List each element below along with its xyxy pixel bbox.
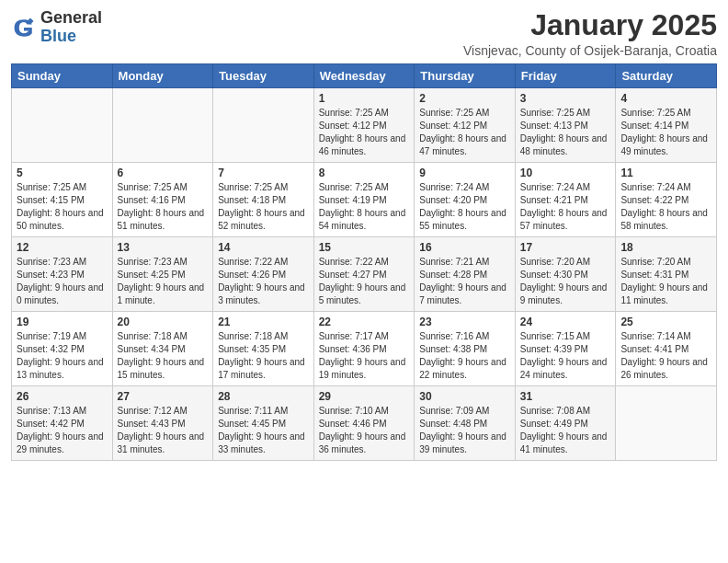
logo-blue: Blue xyxy=(40,27,76,45)
day-info: Sunrise: 7:23 AMSunset: 4:25 PMDaylight:… xyxy=(118,256,209,307)
day-info: Sunrise: 7:25 AMSunset: 4:15 PMDaylight:… xyxy=(17,181,108,233)
calendar-cell xyxy=(213,88,314,163)
header-wednesday: Wednesday xyxy=(313,64,415,88)
logo-icon xyxy=(11,15,37,40)
day-number: 4 xyxy=(620,92,711,105)
calendar-cell xyxy=(12,88,113,163)
day-number: 17 xyxy=(520,241,611,254)
day-info: Sunrise: 7:20 AMSunset: 4:31 PMDaylight:… xyxy=(620,256,711,307)
calendar-cell: 5Sunrise: 7:25 AMSunset: 4:15 PMDaylight… xyxy=(12,163,113,237)
day-info: Sunrise: 7:13 AMSunset: 4:42 PMDaylight:… xyxy=(17,405,108,456)
day-number: 24 xyxy=(520,316,611,328)
header-row: Sunday Monday Tuesday Wednesday Thursday… xyxy=(12,64,717,88)
day-info: Sunrise: 7:08 AMSunset: 4:49 PMDaylight:… xyxy=(520,405,611,456)
day-number: 23 xyxy=(419,316,510,328)
day-info: Sunrise: 7:22 AMSunset: 4:26 PMDaylight:… xyxy=(218,256,309,307)
day-number: 30 xyxy=(419,390,510,403)
day-info: Sunrise: 7:09 AMSunset: 4:48 PMDaylight:… xyxy=(419,405,510,456)
header-saturday: Saturday xyxy=(616,64,717,88)
day-number: 5 xyxy=(17,167,108,179)
day-number: 13 xyxy=(118,241,209,254)
calendar-cell: 23Sunrise: 7:16 AMSunset: 4:38 PMDayligh… xyxy=(415,312,516,386)
logo-general: General xyxy=(40,8,102,27)
day-info: Sunrise: 7:25 AMSunset: 4:14 PMDaylight:… xyxy=(620,107,711,158)
day-number: 25 xyxy=(620,316,711,328)
calendar-cell: 12Sunrise: 7:23 AMSunset: 4:23 PMDayligh… xyxy=(12,237,113,312)
calendar-cell: 6Sunrise: 7:25 AMSunset: 4:16 PMDaylight… xyxy=(112,163,213,237)
calendar-cell: 18Sunrise: 7:20 AMSunset: 4:31 PMDayligh… xyxy=(616,237,717,312)
calendar-cell: 21Sunrise: 7:18 AMSunset: 4:35 PMDayligh… xyxy=(213,312,314,386)
calendar-cell: 20Sunrise: 7:18 AMSunset: 4:34 PMDayligh… xyxy=(112,312,213,386)
header-tuesday: Tuesday xyxy=(213,64,314,88)
page-container: General Blue January 2025 Visnjevac, Cou… xyxy=(0,0,728,468)
day-info: Sunrise: 7:22 AMSunset: 4:27 PMDaylight:… xyxy=(319,256,410,307)
day-info: Sunrise: 7:11 AMSunset: 4:45 PMDaylight:… xyxy=(218,405,309,456)
calendar-cell: 9Sunrise: 7:24 AMSunset: 4:20 PMDaylight… xyxy=(415,163,516,237)
day-info: Sunrise: 7:15 AMSunset: 4:39 PMDaylight:… xyxy=(520,330,611,382)
calendar-week-3: 12Sunrise: 7:23 AMSunset: 4:23 PMDayligh… xyxy=(12,237,717,312)
calendar-cell: 19Sunrise: 7:19 AMSunset: 4:32 PMDayligh… xyxy=(12,312,113,386)
day-number: 11 xyxy=(620,167,711,179)
calendar-cell: 1Sunrise: 7:25 AMSunset: 4:12 PMDaylight… xyxy=(313,88,415,163)
calendar-cell: 2Sunrise: 7:25 AMSunset: 4:12 PMDaylight… xyxy=(415,88,516,163)
day-number: 14 xyxy=(218,241,309,254)
day-number: 22 xyxy=(319,316,410,328)
calendar-cell: 11Sunrise: 7:24 AMSunset: 4:22 PMDayligh… xyxy=(616,163,717,237)
day-info: Sunrise: 7:21 AMSunset: 4:28 PMDaylight:… xyxy=(419,256,510,307)
logo: General Blue xyxy=(11,9,102,46)
day-info: Sunrise: 7:10 AMSunset: 4:46 PMDaylight:… xyxy=(319,405,410,456)
day-info: Sunrise: 7:20 AMSunset: 4:30 PMDaylight:… xyxy=(520,256,611,307)
calendar-cell: 10Sunrise: 7:24 AMSunset: 4:21 PMDayligh… xyxy=(515,163,616,237)
calendar-cell: 16Sunrise: 7:21 AMSunset: 4:28 PMDayligh… xyxy=(415,237,516,312)
day-info: Sunrise: 7:16 AMSunset: 4:38 PMDaylight:… xyxy=(419,330,510,382)
day-info: Sunrise: 7:24 AMSunset: 4:20 PMDaylight:… xyxy=(419,181,510,233)
day-number: 9 xyxy=(419,167,510,179)
day-info: Sunrise: 7:25 AMSunset: 4:12 PMDaylight:… xyxy=(319,107,410,158)
day-number: 31 xyxy=(520,390,611,403)
day-info: Sunrise: 7:25 AMSunset: 4:13 PMDaylight:… xyxy=(520,107,611,158)
day-number: 6 xyxy=(118,167,209,179)
calendar-cell: 24Sunrise: 7:15 AMSunset: 4:39 PMDayligh… xyxy=(515,312,616,386)
header: General Blue January 2025 Visnjevac, Cou… xyxy=(11,9,717,58)
header-friday: Friday xyxy=(515,64,616,88)
day-number: 15 xyxy=(319,241,410,254)
day-number: 7 xyxy=(218,167,309,179)
month-title: January 2025 xyxy=(463,9,717,41)
day-number: 19 xyxy=(17,316,108,328)
day-info: Sunrise: 7:25 AMSunset: 4:18 PMDaylight:… xyxy=(218,181,309,233)
calendar-cell: 8Sunrise: 7:25 AMSunset: 4:19 PMDaylight… xyxy=(313,163,415,237)
day-info: Sunrise: 7:24 AMSunset: 4:22 PMDaylight:… xyxy=(620,181,711,233)
day-number: 29 xyxy=(319,390,410,403)
day-info: Sunrise: 7:14 AMSunset: 4:41 PMDaylight:… xyxy=(620,330,711,382)
calendar-cell: 30Sunrise: 7:09 AMSunset: 4:48 PMDayligh… xyxy=(415,386,516,461)
day-number: 2 xyxy=(419,92,510,105)
logo-text: General Blue xyxy=(40,9,102,46)
day-number: 27 xyxy=(118,390,209,403)
header-thursday: Thursday xyxy=(415,64,516,88)
day-info: Sunrise: 7:19 AMSunset: 4:32 PMDaylight:… xyxy=(17,330,108,382)
calendar-cell: 25Sunrise: 7:14 AMSunset: 4:41 PMDayligh… xyxy=(616,312,717,386)
calendar-cell: 22Sunrise: 7:17 AMSunset: 4:36 PMDayligh… xyxy=(313,312,415,386)
day-number: 12 xyxy=(17,241,108,254)
calendar-table: Sunday Monday Tuesday Wednesday Thursday… xyxy=(11,63,717,461)
calendar-cell: 7Sunrise: 7:25 AMSunset: 4:18 PMDaylight… xyxy=(213,163,314,237)
calendar-week-2: 5Sunrise: 7:25 AMSunset: 4:15 PMDaylight… xyxy=(12,163,717,237)
day-info: Sunrise: 7:24 AMSunset: 4:21 PMDaylight:… xyxy=(520,181,611,233)
day-number: 16 xyxy=(419,241,510,254)
calendar-cell: 17Sunrise: 7:20 AMSunset: 4:30 PMDayligh… xyxy=(515,237,616,312)
day-number: 21 xyxy=(218,316,309,328)
calendar-cell: 15Sunrise: 7:22 AMSunset: 4:27 PMDayligh… xyxy=(313,237,415,312)
calendar-cell xyxy=(616,386,717,461)
location-subtitle: Visnjevac, County of Osijek-Baranja, Cro… xyxy=(463,43,717,58)
day-number: 26 xyxy=(17,390,108,403)
calendar-cell: 3Sunrise: 7:25 AMSunset: 4:13 PMDaylight… xyxy=(515,88,616,163)
day-number: 3 xyxy=(520,92,611,105)
day-number: 8 xyxy=(319,167,410,179)
day-number: 20 xyxy=(118,316,209,328)
calendar-week-4: 19Sunrise: 7:19 AMSunset: 4:32 PMDayligh… xyxy=(12,312,717,386)
title-block: January 2025 Visnjevac, County of Osijek… xyxy=(463,9,717,58)
day-info: Sunrise: 7:25 AMSunset: 4:19 PMDaylight:… xyxy=(319,181,410,233)
calendar-week-1: 1Sunrise: 7:25 AMSunset: 4:12 PMDaylight… xyxy=(12,88,717,163)
calendar-cell: 29Sunrise: 7:10 AMSunset: 4:46 PMDayligh… xyxy=(313,386,415,461)
calendar-cell: 14Sunrise: 7:22 AMSunset: 4:26 PMDayligh… xyxy=(213,237,314,312)
